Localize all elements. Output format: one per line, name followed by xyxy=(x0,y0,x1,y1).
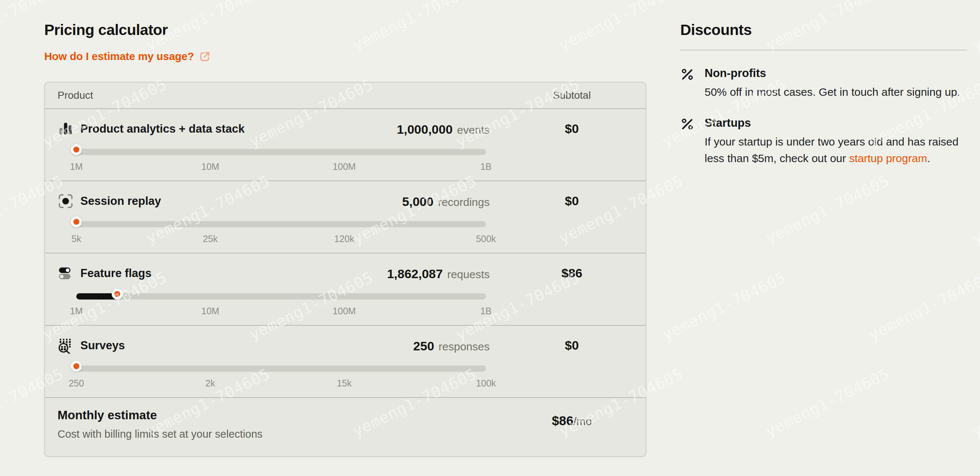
column-header-product: Product xyxy=(57,83,93,108)
discount-title: Non-profits xyxy=(705,67,960,80)
discount-title: Startups xyxy=(705,116,967,130)
table-header: Product Subtotal xyxy=(45,83,646,108)
monthly-estimate-description: Cost with billing limits set at your sel… xyxy=(57,428,262,440)
slider-tick: 15k xyxy=(337,378,352,389)
monthly-estimate-row: Monthly estimate Cost with billing limit… xyxy=(45,397,646,456)
product-name: Product analytics + data stack xyxy=(80,122,245,136)
usage-unit: responses xyxy=(439,340,490,353)
discounts-panel: Discounts Non-profits 50% off in most ca… xyxy=(680,21,967,167)
usage-slider[interactable]: 250 2k 15k 100k xyxy=(76,361,486,379)
watermark-text: yemeng1-704605 xyxy=(969,172,980,247)
usage-estimate-link[interactable]: How do I estimate my usage? xyxy=(44,51,210,63)
percent-icon xyxy=(680,67,695,82)
row-subtotal: $0 xyxy=(498,122,646,136)
usage-unit: recordings xyxy=(438,196,490,208)
watermark-text: yemeng1-704605 xyxy=(350,0,479,54)
slider-track[interactable] xyxy=(76,293,486,300)
product-name: Session replay xyxy=(80,195,161,208)
slider-tick: 10M xyxy=(201,161,220,172)
column-header-subtotal: Subtotal xyxy=(498,83,646,108)
slider-track[interactable] xyxy=(76,149,486,155)
monthly-estimate-amount: $86 xyxy=(552,413,573,428)
pricing-calculator-header: Pricing calculator How do I estimate my … xyxy=(44,21,210,63)
usage-estimate-link-label: How do I estimate my usage? xyxy=(44,51,194,63)
external-link-icon xyxy=(199,51,210,62)
slider-fill xyxy=(76,293,117,300)
slider-tick: 120k xyxy=(334,233,354,244)
table-row-product-analytics: Product analytics + data stack 1,000,000… xyxy=(45,108,646,181)
slider-tick: 10M xyxy=(201,306,220,316)
slider-tick: 1M xyxy=(70,161,83,172)
product-name: Feature flags xyxy=(80,267,151,280)
discount-item-nonprofits: Non-profits 50% off in most cases. Get i… xyxy=(680,67,967,100)
usage-slider[interactable]: 5k 25k 120k 500k xyxy=(76,217,486,235)
slider-tick: 1M xyxy=(70,306,83,316)
table-row-session-replay: Session replay 5,000 recordings $0 5k 25… xyxy=(45,181,646,253)
slider-tick: 5k xyxy=(72,233,81,244)
feature-flags-icon xyxy=(57,265,74,281)
slider-tick: 1B xyxy=(480,306,492,316)
monthly-estimate-title: Monthly estimate xyxy=(57,408,157,422)
watermark-text: yemeng1-704605 xyxy=(762,172,892,247)
usage-slider[interactable]: 1M 10M 100M 1B xyxy=(76,289,486,307)
product-name: Surveys xyxy=(80,339,125,352)
session-replay-icon xyxy=(57,193,74,209)
monthly-estimate-period: /mo xyxy=(573,415,592,427)
usage-slider[interactable]: 1M 10M 100M 1B xyxy=(76,144,486,163)
startup-program-link[interactable]: startup program xyxy=(849,152,927,164)
surveys-icon xyxy=(57,338,74,354)
usage-value: 5,000 xyxy=(402,195,434,209)
divider xyxy=(680,50,967,51)
usage-unit: requests xyxy=(447,268,490,281)
usage-value: 1,000,000 xyxy=(397,122,452,137)
usage-unit: events xyxy=(457,124,490,136)
pricing-page: { "colors": { "accent": "#f54e00", "slid… xyxy=(0,0,980,476)
discount-body: If your startup is under two years old a… xyxy=(705,133,967,167)
watermark-text: yemeng1-704605 xyxy=(659,268,789,344)
slider-tick: 250 xyxy=(68,378,84,389)
slider-handle[interactable] xyxy=(112,289,123,300)
watermark-text: yemeng1-704605 xyxy=(969,0,980,54)
usage-value: 1,862,087 xyxy=(387,267,443,281)
slider-tick: 100M xyxy=(332,306,356,316)
row-subtotal: $0 xyxy=(498,338,646,352)
discount-item-startups: Startups If your startup is under two ye… xyxy=(680,116,967,167)
watermark-text: yemeng1-704605 xyxy=(556,0,686,54)
slider-handle[interactable] xyxy=(71,361,82,372)
watermark-text: yemeng1-704605 xyxy=(866,268,980,344)
bar-chart-icon xyxy=(57,121,74,137)
slider-tick: 2k xyxy=(205,378,215,389)
slider-tick: 500k xyxy=(476,233,496,244)
slider-handle[interactable] xyxy=(71,144,82,155)
pricing-calculator-table: Product Subtotal Product analytics + dat… xyxy=(44,82,646,457)
percent-icon xyxy=(680,117,695,132)
usage-value: 250 xyxy=(413,339,434,353)
discount-body: 50% off in most cases. Get in touch afte… xyxy=(705,84,960,100)
slider-tick: 25k xyxy=(203,233,218,244)
slider-track[interactable] xyxy=(76,221,486,227)
table-row-surveys: Surveys 250 responses $0 250 2k 15k 100k xyxy=(45,325,646,397)
slider-tick: 100k xyxy=(476,378,496,389)
watermark-text: yemeng1-704605 xyxy=(969,365,980,440)
row-subtotal: $0 xyxy=(498,194,646,208)
slider-handle[interactable] xyxy=(71,216,82,227)
page-title: Pricing calculator xyxy=(44,21,210,39)
discounts-title: Discounts xyxy=(680,21,967,39)
watermark-text: yemeng1-704605 xyxy=(762,365,892,440)
row-subtotal: $86 xyxy=(498,266,646,280)
slider-tick: 1B xyxy=(480,161,492,172)
table-row-feature-flags: Feature flags 1,862,087 requests $86 1M … xyxy=(45,253,646,325)
slider-tick: 100M xyxy=(332,161,356,172)
slider-track[interactable] xyxy=(76,365,486,372)
